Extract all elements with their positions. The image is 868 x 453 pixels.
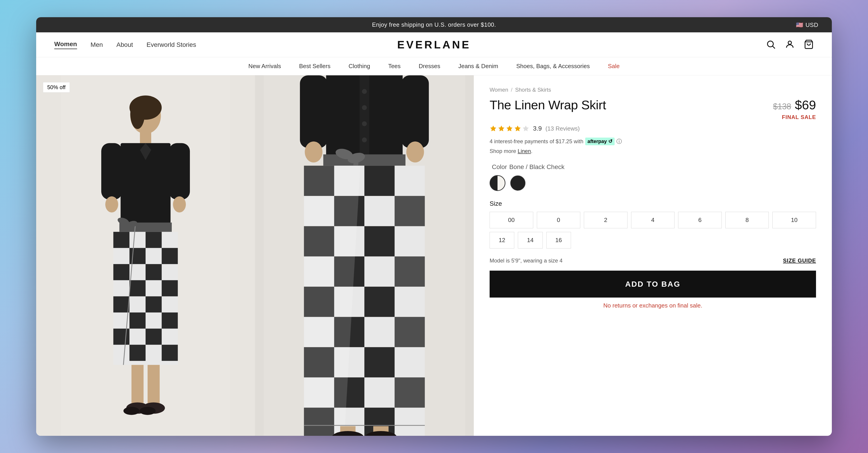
nav-sale[interactable]: Sale [608, 63, 620, 70]
afterpay-info-icon[interactable]: ⓘ [616, 138, 622, 145]
svg-rect-26 [146, 296, 162, 312]
size-0[interactable]: 0 [537, 212, 581, 228]
svg-rect-11 [101, 143, 122, 200]
svg-line-1 [773, 46, 775, 49]
sale-badge: 50% off [43, 82, 70, 92]
reviews-count[interactable]: (13 Reviews) [546, 125, 580, 132]
account-icon[interactable] [785, 39, 795, 50]
nav-about[interactable]: About [116, 41, 133, 49]
nav-women[interactable]: Women [54, 40, 77, 49]
svg-point-7 [130, 98, 145, 129]
svg-point-2 [788, 41, 792, 44]
product-title-row: The Linen Wrap Skirt $138 $69 FINAL SALE [490, 97, 816, 120]
svg-point-52 [406, 141, 424, 163]
add-to-bag-button[interactable]: ADD TO BAG [490, 271, 816, 298]
svg-point-48 [362, 137, 367, 142]
flag-emoji: 🇺🇸 [796, 21, 803, 28]
rating-row: 3.9 (13 Reviews) [490, 125, 816, 132]
color-section: ColorBone / Black Check [490, 163, 816, 191]
svg-marker-84 [506, 125, 513, 131]
model-info-row: Model is 5'9", wearing a size 4 SIZE GUI… [490, 257, 816, 264]
size-00[interactable]: 00 [490, 212, 533, 228]
color-label: ColorBone / Black Check [490, 163, 816, 171]
svg-rect-8 [140, 132, 151, 144]
announcement-text: Enjoy free shipping on U.S. orders over … [372, 21, 496, 28]
nav-tees[interactable]: Tees [388, 63, 401, 70]
price-block: $138 $69 FINAL SALE [773, 97, 816, 120]
size-section: Size 00 0 2 4 6 8 10 12 14 16 [490, 200, 816, 249]
breadcrumb-root[interactable]: Women [490, 87, 508, 93]
svg-point-13 [105, 196, 118, 213]
svg-rect-63 [364, 226, 395, 257]
product-images: 50% off [36, 75, 474, 436]
svg-marker-86 [523, 125, 529, 131]
cart-icon[interactable] [804, 39, 814, 50]
main-nav: Women Men About Everworld Stories [54, 40, 196, 49]
nav-best-sellers[interactable]: Best Sellers [299, 63, 331, 70]
size-grid: 00 0 2 4 6 8 10 [490, 212, 816, 228]
secondary-nav: New Arrivals Best Sellers Clothing Tees … [36, 57, 832, 75]
nav-new-arrivals[interactable]: New Arrivals [248, 63, 281, 70]
svg-rect-49 [300, 75, 327, 148]
product-image-left [36, 75, 255, 436]
svg-rect-25 [113, 296, 129, 312]
svg-rect-44 [360, 75, 369, 156]
svg-point-14 [173, 196, 186, 213]
svg-point-41 [140, 407, 156, 415]
svg-point-51 [305, 141, 322, 163]
svg-point-46 [362, 105, 367, 110]
nav-shoes-bags[interactable]: Shoes, Bags, & Accessories [516, 63, 590, 70]
svg-rect-24 [162, 280, 178, 296]
afterpay-logo: afterpay ↺ [585, 138, 615, 145]
shop-more-prefix: Shop more [490, 148, 516, 154]
size-8[interactable]: 8 [725, 212, 769, 228]
svg-rect-59 [364, 166, 395, 196]
nav-dresses[interactable]: Dresses [418, 63, 440, 70]
shop-more-link[interactable]: Linen [518, 148, 531, 154]
svg-rect-23 [129, 280, 146, 296]
svg-rect-30 [146, 329, 162, 345]
sale-price: $69 [795, 98, 816, 112]
star-rating[interactable] [490, 125, 529, 132]
shop-more: Shop more Linen. [490, 148, 816, 154]
size-6[interactable]: 6 [678, 212, 722, 228]
svg-rect-37 [148, 365, 160, 405]
size-10[interactable]: 10 [772, 212, 816, 228]
nav-stories[interactable]: Everworld Stories [147, 41, 196, 49]
site-logo[interactable]: EVERLANE [397, 38, 471, 51]
size-grid-row2: 12 14 16 [490, 232, 571, 249]
nav-clothing[interactable]: Clothing [348, 63, 370, 70]
size-2[interactable]: 2 [584, 212, 627, 228]
svg-rect-73 [395, 377, 425, 408]
nav-jeans[interactable]: Jeans & Denim [458, 63, 498, 70]
svg-point-45 [362, 89, 367, 94]
currency-flag[interactable]: 🇺🇸 USD [796, 21, 818, 28]
swatch-bone-black[interactable] [490, 175, 505, 191]
star-2 [498, 125, 505, 132]
size-16[interactable]: 16 [546, 232, 571, 249]
svg-rect-50 [401, 75, 429, 148]
star-3 [506, 125, 513, 132]
svg-rect-17 [113, 232, 129, 248]
breadcrumb: Women / Shorts & Skirts [490, 87, 816, 93]
nav-men[interactable]: Men [91, 41, 103, 49]
original-price: $138 [773, 102, 791, 111]
svg-rect-71 [364, 347, 395, 377]
header: Women Men About Everworld Stories EVERLA… [36, 32, 832, 57]
size-12[interactable]: 12 [490, 232, 514, 249]
svg-rect-29 [113, 329, 129, 345]
svg-rect-28 [162, 312, 178, 329]
currency-label: USD [806, 21, 818, 28]
svg-rect-36 [131, 365, 144, 405]
svg-rect-69 [395, 317, 425, 347]
announcement-bar: Enjoy free shipping on U.S. orders over … [36, 17, 832, 32]
breadcrumb-category[interactable]: Shorts & Skirts [515, 87, 551, 93]
size-guide-link[interactable]: SIZE GUIDE [783, 257, 816, 264]
star-4 [514, 125, 521, 132]
swatch-black[interactable] [510, 175, 526, 191]
product-title: The Linen Wrap Skirt [490, 97, 606, 112]
size-4[interactable]: 4 [631, 212, 675, 228]
search-icon[interactable] [766, 39, 776, 50]
size-14[interactable]: 14 [518, 232, 542, 249]
svg-marker-85 [515, 125, 521, 131]
